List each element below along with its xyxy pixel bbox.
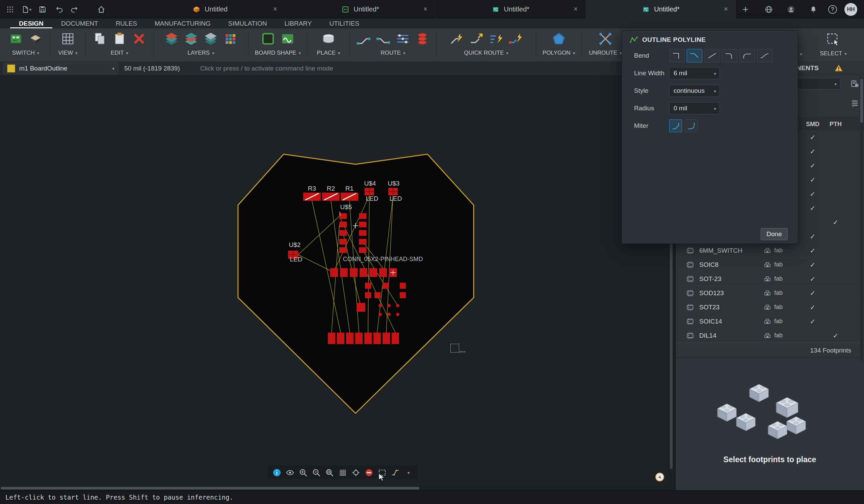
tab-utilities[interactable]: UTILITIES <box>321 19 368 28</box>
done-button[interactable]: Done <box>761 228 788 240</box>
document-tab[interactable]: Untitled* <box>285 0 435 19</box>
warning-icon[interactable] <box>834 64 843 73</box>
footprint-row[interactable]: DIL14 fab <box>676 329 864 343</box>
footprint-row[interactable]: SOT23 fab <box>676 300 864 315</box>
quickroute-arrow-icon[interactable] <box>468 30 485 48</box>
switch-pcb-icon[interactable] <box>7 30 25 48</box>
avatar[interactable] <box>784 2 799 17</box>
filter-sliders-icon[interactable] <box>851 99 859 107</box>
select-menu[interactable]: SELECT <box>820 50 847 57</box>
view-menu[interactable]: VIEW <box>58 50 77 56</box>
tab-simulation[interactable]: SIMULATION <box>219 19 276 28</box>
new-tab-button[interactable] <box>736 0 755 19</box>
user-avatar-badge[interactable]: HH <box>844 3 857 16</box>
nav-wheel-icon[interactable] <box>655 472 664 481</box>
select-tool-icon[interactable] <box>825 31 842 48</box>
zoom-fit-icon[interactable] <box>325 468 334 477</box>
layers-bottom-icon[interactable] <box>202 30 219 48</box>
pcb-board[interactable]: R3 R2 R1 U$4 U$3 LED LED U$5 1 U$2 LED C… <box>0 76 668 486</box>
layers-top-icon[interactable] <box>163 30 180 48</box>
panel-scrollbar[interactable] <box>860 77 863 361</box>
pcb-canvas[interactable]: R3 R2 R1 U$4 U$3 LED LED U$5 1 U$2 LED C… <box>0 76 675 486</box>
board-shape-menu[interactable]: BOARD SHAPE <box>255 50 301 56</box>
info-icon[interactable] <box>273 468 281 477</box>
view-grid-icon[interactable] <box>59 30 77 48</box>
paste-icon[interactable] <box>111 30 128 48</box>
board-wave-icon[interactable] <box>279 30 297 48</box>
visibility-icon[interactable] <box>286 468 295 477</box>
footprint-row[interactable]: SOIC14 fab <box>676 315 864 329</box>
line-width-select[interactable]: 6 mil <box>669 67 720 79</box>
file-menu-icon[interactable] <box>19 2 34 17</box>
footprint-row[interactable]: SOIC8 fab <box>676 258 864 272</box>
radius-select[interactable]: 0 mil <box>669 102 720 114</box>
zoom-in-icon[interactable] <box>299 468 308 477</box>
bend-style-5-button[interactable] <box>757 49 772 62</box>
unroute-icon[interactable] <box>597 30 614 48</box>
layer-settings-icon[interactable] <box>221 30 239 48</box>
app-grid-icon[interactable] <box>3 2 17 17</box>
layers-mid-icon[interactable] <box>182 30 200 48</box>
tab-library[interactable]: LIBRARY <box>276 19 321 28</box>
library-settings-icon[interactable] <box>851 79 859 88</box>
quickroute-icon[interactable] <box>448 30 466 48</box>
crosshair-icon[interactable] <box>351 468 360 477</box>
style-select[interactable]: continuous <box>669 85 720 97</box>
delete-icon[interactable] <box>130 30 148 48</box>
route-coil-icon[interactable] <box>413 30 431 48</box>
switch-board3d-icon[interactable] <box>27 30 44 48</box>
footprint-row[interactable]: 6MM_SWITCH fab <box>676 244 864 258</box>
close-icon[interactable] <box>721 5 730 14</box>
toolbar-expand-icon[interactable] <box>404 468 413 477</box>
footprint-row[interactable]: SOT-23 fab <box>676 272 864 286</box>
route-menu[interactable]: ROUTE <box>381 50 405 56</box>
miter-straight-button[interactable] <box>669 120 682 132</box>
stop-icon[interactable] <box>365 468 373 477</box>
help-icon[interactable] <box>828 5 837 14</box>
bend-style-3-button[interactable] <box>722 49 737 62</box>
save-icon[interactable] <box>35 2 50 17</box>
bend-style-0-button[interactable] <box>669 49 685 62</box>
notifications-bell-icon[interactable] <box>806 2 821 17</box>
edit-menu[interactable]: EDIT <box>111 50 128 56</box>
zoom-out-icon[interactable] <box>312 468 321 477</box>
close-icon[interactable] <box>571 5 580 14</box>
board-outline-icon[interactable] <box>259 30 277 48</box>
tab-rules[interactable]: RULES <box>107 19 146 28</box>
canvas-horizontal-scrollbar[interactable] <box>0 486 675 490</box>
undo-icon[interactable] <box>51 2 66 17</box>
miter-round-button[interactable] <box>685 120 698 132</box>
layers-menu[interactable]: LAYERS <box>188 50 214 56</box>
quick-route-menu[interactable]: QUICK ROUTE <box>464 50 508 56</box>
grid-icon[interactable] <box>338 468 347 477</box>
document-tab[interactable]: Untitled* <box>586 0 736 19</box>
home-icon[interactable] <box>94 2 109 17</box>
signal-icon[interactable] <box>391 468 400 477</box>
route-bus-icon[interactable] <box>394 30 411 48</box>
switch-menu[interactable]: SWITCH <box>12 50 39 56</box>
close-icon[interactable] <box>271 5 279 14</box>
route-manual-icon[interactable] <box>355 30 372 48</box>
web-icon[interactable] <box>761 2 776 17</box>
footprint-row[interactable]: SOD123 fab <box>676 286 864 300</box>
polygon-icon[interactable] <box>550 30 567 48</box>
polygon-menu[interactable]: POLYGON <box>543 50 575 56</box>
copy-icon[interactable] <box>91 30 109 48</box>
route-diff-icon[interactable] <box>374 30 392 48</box>
place-menu[interactable]: PLACE <box>317 50 340 56</box>
quickroute-multi-icon[interactable] <box>487 30 505 48</box>
close-icon[interactable] <box>421 5 430 14</box>
bend-style-2-button[interactable] <box>704 49 720 62</box>
tab-manufacturing[interactable]: MANUFACTURING <box>146 19 219 28</box>
tab-document[interactable]: DOCUMENT <box>52 19 107 28</box>
tab-design[interactable]: DESIGN <box>10 19 52 28</box>
redo-icon[interactable] <box>68 2 82 17</box>
document-tab[interactable]: Untitled* <box>435 0 586 19</box>
quickroute-net-icon[interactable] <box>507 30 524 48</box>
command-line-input[interactable]: Click or press / to activate command lin… <box>200 65 675 72</box>
bend-style-1-button[interactable] <box>687 49 702 62</box>
document-tab[interactable]: Untitled <box>135 0 285 19</box>
bend-style-4-button[interactable] <box>740 49 755 62</box>
layer-select[interactable]: m1 BoardOutline <box>3 63 118 74</box>
place-component-icon[interactable] <box>320 30 337 48</box>
